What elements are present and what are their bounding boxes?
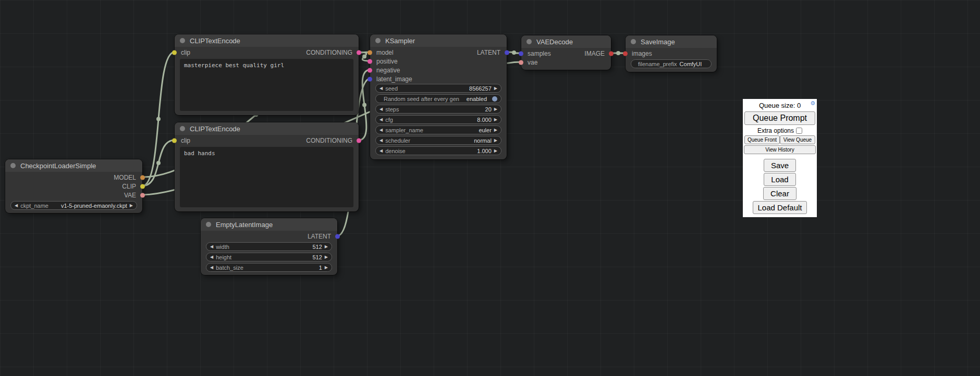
increment-arrow-icon[interactable]: ▶ xyxy=(325,255,328,259)
node-title: CLIPTextEncode xyxy=(190,125,240,133)
slot-label: CONDITIONING xyxy=(306,137,352,144)
positive-prompt-textarea[interactable]: masterpiece best quality girl xyxy=(180,59,353,111)
slot-label: VAE xyxy=(124,192,136,199)
collapse-dot-icon[interactable] xyxy=(631,39,636,44)
port-clip-input[interactable] xyxy=(172,50,177,55)
widget-seed[interactable]: ◀ seed 8566257 ▶ xyxy=(375,84,501,93)
increment-arrow-icon[interactable]: ▶ xyxy=(494,139,497,143)
collapse-dot-icon[interactable] xyxy=(375,38,381,43)
load-button[interactable]: Load xyxy=(764,173,795,186)
node-ksampler[interactable]: KSampler model LATENT positive negative … xyxy=(370,34,507,159)
decrement-arrow-icon[interactable]: ◀ xyxy=(379,86,383,91)
queue-prompt-button[interactable]: Queue Prompt xyxy=(744,111,815,125)
clear-button[interactable]: Clear xyxy=(763,187,797,200)
node-title-bar[interactable]: KSampler xyxy=(370,34,507,47)
slot-row: clip CONDITIONING xyxy=(175,48,359,57)
widget-filename-prefix[interactable]: filename_prefix ComfyUI xyxy=(631,59,712,68)
node-title-bar[interactable]: SaveImage xyxy=(626,35,717,48)
decrement-arrow-icon[interactable]: ◀ xyxy=(379,128,383,132)
node-title-bar[interactable]: CLIPTextEncode xyxy=(175,34,359,47)
node-title: CheckpointLoaderSimple xyxy=(20,162,96,170)
node-clip-text-encode-negative[interactable]: CLIPTextEncode clip CONDITIONING bad han… xyxy=(175,122,359,211)
increment-arrow-icon[interactable]: ▶ xyxy=(494,149,497,153)
increment-arrow-icon[interactable]: ▶ xyxy=(494,107,497,111)
node-title-bar[interactable]: CheckpointLoaderSimple xyxy=(5,159,142,172)
decrement-arrow-icon[interactable]: ◀ xyxy=(210,245,213,249)
input-slot-positive: positive xyxy=(370,57,507,66)
input-slot-latent-image: latent_image xyxy=(370,74,507,83)
slot-row: samples IMAGE xyxy=(521,49,611,58)
port-images-input[interactable] xyxy=(623,51,628,56)
node-vae-decode[interactable]: VAEDecode samples IMAGE vae xyxy=(521,35,611,70)
port-negative-input[interactable] xyxy=(368,68,372,72)
settings-gear-icon[interactable]: ⚙ xyxy=(810,100,815,107)
widget-denoise[interactable]: ◀ denoise 1.000 ▶ xyxy=(375,146,501,155)
port-clip-output[interactable] xyxy=(140,184,145,189)
port-latent-image-input[interactable] xyxy=(368,77,372,81)
slot-label: MODEL xyxy=(114,174,136,181)
widget-batch-size[interactable]: ◀ batch_size 1 ▶ xyxy=(206,263,332,272)
port-vae-output[interactable] xyxy=(140,193,145,197)
increment-arrow-icon[interactable]: ▶ xyxy=(494,118,497,122)
decrement-arrow-icon[interactable]: ◀ xyxy=(379,149,383,153)
increment-arrow-icon[interactable]: ▶ xyxy=(130,204,133,208)
port-model-input[interactable] xyxy=(368,50,372,55)
queue-front-button[interactable]: Queue Front xyxy=(744,135,780,144)
widget-height[interactable]: ◀ height 512 ▶ xyxy=(206,253,332,261)
input-slot-images: images xyxy=(626,49,717,58)
collapse-dot-icon[interactable] xyxy=(526,39,532,44)
load-default-button[interactable]: Load Default xyxy=(753,201,806,214)
toggle-knob-icon[interactable] xyxy=(492,96,497,102)
decrement-arrow-icon[interactable]: ◀ xyxy=(379,107,383,111)
view-history-button[interactable]: View History xyxy=(744,145,816,154)
slot-row: model LATENT xyxy=(370,48,507,57)
extra-options-checkbox[interactable] xyxy=(796,128,802,134)
collapse-dot-icon[interactable] xyxy=(180,126,185,131)
save-button[interactable]: Save xyxy=(764,159,796,172)
view-queue-button[interactable]: View Queue xyxy=(780,135,815,144)
port-clip-input[interactable] xyxy=(172,138,177,143)
node-title-bar[interactable]: EmptyLatentImage xyxy=(201,218,337,231)
node-empty-latent-image[interactable]: EmptyLatentImage LATENT ◀ width 512 ▶ ◀ … xyxy=(201,218,337,275)
node-clip-text-encode-positive[interactable]: CLIPTextEncode clip CONDITIONING masterp… xyxy=(175,34,359,115)
collapse-dot-icon[interactable] xyxy=(206,222,211,227)
node-checkpoint-loader-simple[interactable]: CheckpointLoaderSimple MODEL CLIP VAE ◀ … xyxy=(5,159,142,213)
widget-scheduler[interactable]: ◀ scheduler normal ▶ xyxy=(375,136,501,145)
port-conditioning-output[interactable] xyxy=(357,50,361,55)
port-vae-input[interactable] xyxy=(519,60,523,65)
node-save-image[interactable]: SaveImage images filename_prefix ComfyUI xyxy=(626,35,717,72)
decrement-arrow-icon[interactable]: ◀ xyxy=(379,139,383,143)
slot-label: images xyxy=(632,50,652,57)
node-title: CLIPTextEncode xyxy=(190,37,240,45)
increment-arrow-icon[interactable]: ▶ xyxy=(494,128,497,132)
widget-cfg[interactable]: ◀ cfg 8.000 ▶ xyxy=(375,115,501,124)
widget-steps[interactable]: ◀ steps 20 ▶ xyxy=(375,105,501,114)
port-image-output[interactable] xyxy=(609,51,614,56)
decrement-arrow-icon[interactable]: ◀ xyxy=(210,266,213,270)
decrement-arrow-icon[interactable]: ◀ xyxy=(15,204,18,208)
port-samples-input[interactable] xyxy=(519,51,523,56)
slot-label: LATENT xyxy=(308,233,331,240)
node-graph-canvas[interactable]: CheckpointLoaderSimple MODEL CLIP VAE ◀ … xyxy=(0,0,980,376)
port-latent-output[interactable] xyxy=(505,50,509,55)
decrement-arrow-icon[interactable]: ◀ xyxy=(210,255,213,259)
port-conditioning-output[interactable] xyxy=(357,138,361,143)
negative-prompt-textarea[interactable]: bad hands xyxy=(180,147,353,207)
widget-width[interactable]: ◀ width 512 ▶ xyxy=(206,242,332,251)
output-slot-model: MODEL xyxy=(5,173,142,182)
increment-arrow-icon[interactable]: ▶ xyxy=(494,86,497,91)
widget-sampler-name[interactable]: ◀ sampler_name euler ▶ xyxy=(375,126,501,134)
node-title-bar[interactable]: VAEDecode xyxy=(521,35,611,48)
widget-random-seed-toggle[interactable]: Random seed after every gen enabled xyxy=(375,94,501,103)
port-model-output[interactable] xyxy=(140,175,145,180)
node-title-bar[interactable]: CLIPTextEncode xyxy=(175,122,359,135)
collapse-dot-icon[interactable] xyxy=(10,163,16,168)
widget-ckpt-name[interactable]: ◀ ckpt_name v1-5-pruned-emaonly.ckpt ▶ xyxy=(10,201,137,210)
increment-arrow-icon[interactable]: ▶ xyxy=(325,266,328,270)
port-latent-output[interactable] xyxy=(335,234,340,239)
increment-arrow-icon[interactable]: ▶ xyxy=(325,245,328,249)
decrement-arrow-icon[interactable]: ◀ xyxy=(379,118,383,122)
collapse-dot-icon[interactable] xyxy=(180,38,185,43)
port-positive-input[interactable] xyxy=(368,59,372,64)
slot-label: vae xyxy=(528,59,537,66)
